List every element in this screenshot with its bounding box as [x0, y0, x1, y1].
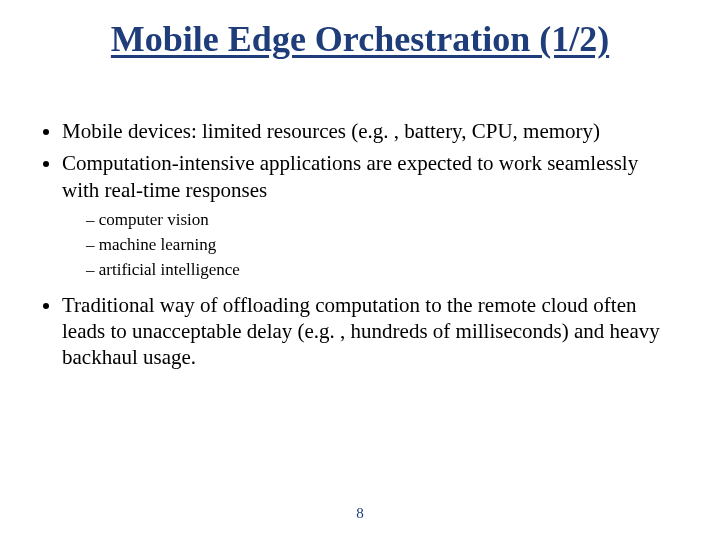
slide-body: Mobile devices: limited resources (e.g. …: [34, 118, 680, 376]
bullet-list: Mobile devices: limited resources (e.g. …: [34, 118, 680, 370]
bullet-item: Mobile devices: limited resources (e.g. …: [62, 118, 680, 144]
sub-bullet-item: machine learning: [86, 234, 680, 257]
slide: Mobile Edge Orchestration (1/2) Mobile d…: [0, 0, 720, 540]
page-number: 8: [0, 505, 720, 522]
bullet-text: Traditional way of offloading computatio…: [62, 293, 660, 370]
bullet-text: Mobile devices: limited resources (e.g. …: [62, 119, 600, 143]
slide-title: Mobile Edge Orchestration (1/2): [0, 18, 720, 60]
bullet-item: Computation-intensive applications are e…: [62, 150, 680, 281]
sub-bullet-text: computer vision: [99, 210, 209, 229]
bullet-item: Traditional way of offloading computatio…: [62, 292, 680, 371]
sub-bullet-item: artificial intelligence: [86, 259, 680, 282]
sub-bullet-text: machine learning: [99, 235, 217, 254]
sub-bullet-text: artificial intelligence: [99, 260, 240, 279]
sub-bullet-item: computer vision: [86, 209, 680, 232]
bullet-text: Computation-intensive applications are e…: [62, 151, 638, 201]
sub-bullet-list: computer vision machine learning artific…: [62, 209, 680, 282]
